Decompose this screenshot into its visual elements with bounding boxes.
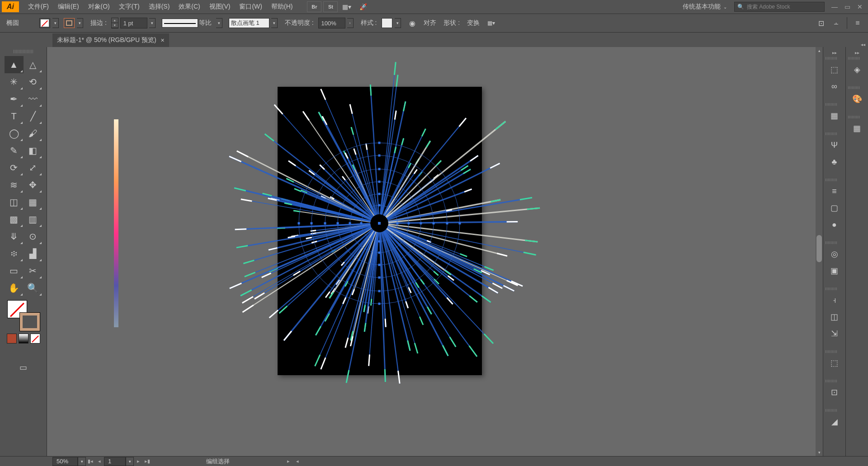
fill-swatch[interactable] bbox=[39, 18, 50, 28]
panel-grip[interactable] bbox=[848, 116, 860, 118]
search-input[interactable]: 🔍 搜索 Adobe Stock bbox=[734, 2, 825, 12]
panel-grip[interactable] bbox=[826, 350, 837, 353]
pencil-tool[interactable]: ✎ bbox=[5, 142, 24, 159]
screen-mode-icon[interactable]: ▭ bbox=[14, 361, 33, 374]
last-artboard-icon[interactable]: ▸▮ bbox=[143, 457, 151, 466]
menu-object[interactable]: 对象(O) bbox=[84, 0, 114, 14]
arrange-documents-icon[interactable]: ▦▾ bbox=[340, 1, 354, 12]
fill-dropdown[interactable]: ▾ bbox=[52, 18, 59, 28]
zoom-field[interactable]: 50% bbox=[52, 457, 78, 466]
minimize-button[interactable]: — bbox=[828, 1, 841, 12]
properties-panel-icon[interactable]: ▦ bbox=[826, 108, 844, 124]
maximize-button[interactable]: ▭ bbox=[841, 1, 854, 12]
color-mode-gradient[interactable] bbox=[19, 334, 28, 344]
fill-stroke-control[interactable] bbox=[5, 299, 42, 332]
menu-type[interactable]: 文字(T) bbox=[114, 0, 144, 14]
direct-select-tool[interactable]: △ bbox=[24, 56, 42, 73]
type-tool[interactable]: T bbox=[5, 108, 24, 125]
hand-tool[interactable]: ✋ bbox=[5, 279, 24, 297]
close-tab-icon[interactable]: × bbox=[161, 37, 165, 44]
panel-grip[interactable] bbox=[826, 132, 837, 135]
shape-prop-label[interactable]: 形状 : bbox=[443, 19, 460, 27]
panel-grip[interactable] bbox=[848, 57, 860, 60]
magic-wand-tool[interactable]: ✳ bbox=[5, 73, 24, 90]
appearance-panel-icon[interactable]: ◎ bbox=[826, 246, 844, 262]
artboards-panel-panel-icon[interactable]: ◢ bbox=[826, 414, 844, 430]
ellipse-tool[interactable]: ◯ bbox=[5, 125, 24, 142]
next-artboard-icon[interactable]: ▸ bbox=[134, 457, 142, 466]
transform-panel-panel-icon[interactable]: ⇲ bbox=[826, 325, 844, 342]
swatches-panel-icon[interactable]: ▦ bbox=[848, 120, 866, 137]
scrollbar-thumb[interactable] bbox=[816, 235, 822, 262]
menu-select[interactable]: 选择(S) bbox=[144, 0, 175, 14]
free-transform-tool[interactable]: ✥ bbox=[24, 176, 42, 193]
menu-edit[interactable]: 编辑(E) bbox=[53, 0, 84, 14]
layers-panel-icon[interactable]: ◈ bbox=[848, 61, 866, 78]
perspective-tool[interactable]: ▦ bbox=[24, 193, 42, 211]
symbols-panel-icon[interactable]: ♣ bbox=[826, 154, 844, 170]
graphic-style-swatch[interactable] bbox=[382, 18, 392, 28]
rotate-tool[interactable]: ⟳ bbox=[5, 159, 24, 176]
brush-dropdown[interactable]: ▾ bbox=[271, 18, 278, 28]
transform-anchor-icon[interactable]: ▦▾ bbox=[484, 17, 498, 29]
eyedropper-tool[interactable]: ⤋ bbox=[5, 228, 24, 245]
panel-grip[interactable] bbox=[826, 103, 837, 106]
asset-export-panel-icon[interactable]: ⊡ bbox=[826, 384, 844, 400]
panel-grip[interactable] bbox=[826, 179, 837, 181]
gpu-icon[interactable]: 🚀 bbox=[356, 1, 370, 12]
align-label[interactable]: 对齐 bbox=[424, 19, 436, 27]
prev-artboard-icon[interactable]: ◂ bbox=[95, 457, 104, 466]
brushes-panel-icon[interactable]: Ψ bbox=[826, 137, 844, 153]
paintbrush-tool[interactable]: 🖌 bbox=[24, 125, 42, 142]
expand-panels-icon[interactable]: ▸▸ bbox=[823, 50, 845, 55]
gradient-annotator[interactable] bbox=[114, 119, 118, 327]
zoom-tool[interactable]: 🔍 bbox=[24, 279, 42, 297]
recolor-artwork-icon[interactable]: ◉ bbox=[406, 17, 419, 29]
panel-grip[interactable] bbox=[826, 409, 837, 412]
pathfinder-panel-icon[interactable]: ◫ bbox=[826, 309, 844, 325]
artboard-number-field[interactable]: 1 bbox=[104, 457, 126, 466]
stroke-dropdown[interactable]: ▾ bbox=[77, 18, 83, 28]
export-panel-icon[interactable]: ⬚ bbox=[826, 355, 844, 371]
panel-collapse-icon[interactable]: ◂◂ bbox=[861, 42, 865, 47]
eraser-tool[interactable]: ◧ bbox=[24, 142, 42, 159]
cc-libraries-panel-icon[interactable]: ⬚ bbox=[826, 61, 844, 78]
bridge-icon[interactable]: Br bbox=[307, 1, 321, 12]
first-artboard-icon[interactable]: ▮◂ bbox=[86, 457, 94, 466]
stroke-weight-dropdown[interactable]: ▾ bbox=[149, 18, 156, 28]
panel-grip[interactable] bbox=[826, 57, 837, 60]
creative-cloud-panel-icon[interactable]: ∞ bbox=[826, 78, 844, 94]
transform-label[interactable]: 变换 bbox=[467, 19, 480, 27]
scroll-down-icon[interactable]: ▾ bbox=[816, 449, 823, 456]
artboard-tool[interactable]: ▭ bbox=[5, 262, 24, 279]
horizontal-scroll-left-icon[interactable]: ◂ bbox=[293, 457, 302, 466]
variable-width-profile[interactable] bbox=[162, 19, 198, 28]
width-tool[interactable]: ≋ bbox=[5, 176, 24, 193]
style-dropdown[interactable]: ▾ bbox=[395, 18, 401, 28]
menu-help[interactable]: 帮助(H) bbox=[267, 0, 297, 14]
brush-definition[interactable]: 散点画笔 1 bbox=[229, 18, 269, 28]
panel-menu-icon[interactable]: ≡ bbox=[851, 17, 864, 29]
scroll-up-icon[interactable]: ▴ bbox=[816, 47, 823, 54]
curvature-tool[interactable]: 〰 bbox=[24, 90, 42, 108]
status-menu-icon[interactable]: ▸ bbox=[284, 457, 292, 466]
line-tool[interactable]: ╱ bbox=[24, 108, 42, 125]
opacity-dropdown[interactable]: › bbox=[347, 18, 354, 28]
isolate-icon[interactable]: ⊡ bbox=[814, 17, 828, 29]
shape-builder-tool[interactable]: ◫ bbox=[5, 193, 24, 211]
stroke-weight-field[interactable]: 1 pt bbox=[120, 18, 147, 28]
lasso-tool[interactable]: ⟲ bbox=[24, 73, 42, 90]
toolbox-grip[interactable] bbox=[14, 50, 33, 53]
profile-dropdown[interactable]: ▾ bbox=[216, 18, 222, 28]
pen-tool[interactable]: ✒ bbox=[5, 90, 24, 108]
mesh-tool[interactable]: ▩ bbox=[5, 211, 24, 228]
align-pixel-icon[interactable]: ⫠ bbox=[830, 17, 843, 29]
stroke-indicator[interactable] bbox=[20, 313, 40, 331]
stock-icon[interactable]: St bbox=[323, 1, 338, 12]
color-panel-icon[interactable]: 🎨 bbox=[848, 91, 866, 107]
blend-tool[interactable]: ⊙ bbox=[24, 228, 42, 245]
artboard-dropdown[interactable]: ▾ bbox=[126, 457, 134, 466]
menu-effect[interactable]: 效果(C) bbox=[174, 0, 204, 14]
slice-tool[interactable]: ✂ bbox=[24, 262, 42, 279]
vertical-scrollbar[interactable]: ▴ ▾ bbox=[816, 47, 823, 456]
